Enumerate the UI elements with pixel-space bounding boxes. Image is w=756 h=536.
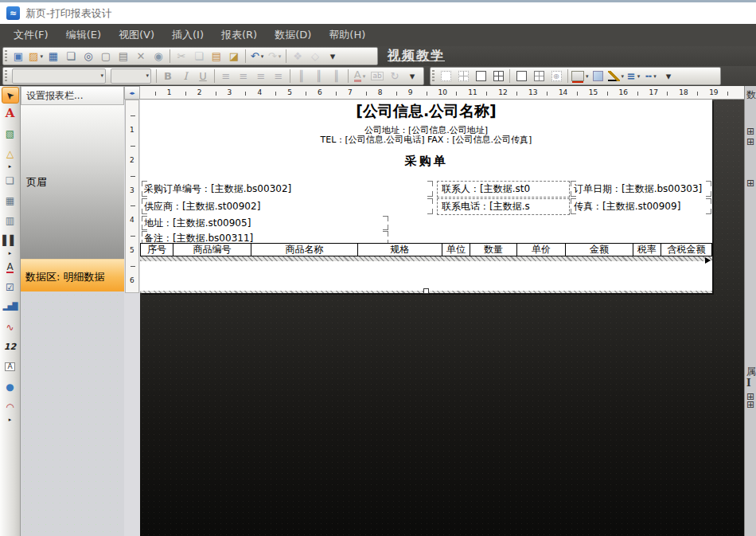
chart-tool[interactable]: ▂▅█ (1, 297, 20, 317)
table-col-header[interactable]: 金额 (565, 244, 633, 256)
table-col-header[interactable]: 序号 (141, 244, 173, 256)
paste-icon[interactable]: ▤ (208, 49, 224, 65)
table-col-header[interactable]: 商品编号 (173, 244, 251, 256)
contact-field[interactable]: 联系人：[主数据.st0 (437, 181, 570, 198)
delete-page-icon[interactable]: ✕ (133, 49, 149, 65)
table-col-header[interactable]: 商品名称 (251, 244, 357, 256)
page-manager-icon[interactable]: ▤ (115, 49, 131, 65)
print-preview-icon[interactable]: ◎ (80, 49, 96, 65)
shading-icon[interactable] (590, 68, 606, 84)
border-outer-icon[interactable] (473, 68, 489, 84)
toolbar-grip[interactable] (432, 70, 435, 82)
checkbox-tool[interactable]: ☑ (1, 277, 20, 297)
textbox-tool[interactable]: A (1, 357, 20, 377)
page-properties-icon[interactable]: ◉ (150, 49, 166, 65)
report-page[interactable]: [公司信息.公司名称] 公司地址：[公司信息.公司地址] TEL：[公司信息.公… (140, 100, 712, 293)
fill-color-icon[interactable]: ▾ (571, 68, 589, 84)
order-date-field[interactable]: 订单日期：[主数据.bs00303] (571, 181, 711, 197)
table-col-header[interactable]: 数量 (470, 244, 516, 256)
video-tutorial-link[interactable]: 视频教学 (388, 48, 445, 65)
menu-item-2[interactable]: 编辑(E) (57, 25, 110, 45)
ruler-tick (245, 92, 246, 96)
image-tool[interactable]: ▧ (1, 123, 20, 143)
flyout-arrow[interactable]: ▸ (1, 163, 20, 170)
line-chart-tool[interactable]: ∿ (1, 317, 20, 337)
menu-item-3[interactable]: 视图(V) (110, 25, 163, 45)
border-box-icon[interactable] (513, 68, 529, 84)
open-icon[interactable]: ▨▾ (28, 49, 44, 65)
new-report-icon[interactable]: ▣ (10, 49, 26, 65)
format-painter-icon[interactable]: ◪ (226, 49, 242, 65)
supplier-field[interactable]: 供应商：[主数据.st00902] (142, 198, 433, 214)
duplicate-page-icon[interactable]: ❏ (63, 49, 79, 65)
border-wizard-icon[interactable]: ◎ (548, 68, 564, 84)
flyout-arrow[interactable]: ▸ (1, 250, 20, 257)
subreport-tool[interactable]: ❏ (1, 170, 20, 190)
company-name-field[interactable]: [公司信息.公司名称] (140, 101, 712, 122)
toolbar-overflow[interactable]: ▾ (404, 68, 420, 84)
toolbar-overflow[interactable]: ▾ (325, 49, 341, 65)
menu-item-4[interactable]: 插入(I) (163, 25, 212, 45)
resize-handle[interactable] (423, 288, 429, 294)
band-page-header[interactable]: 页眉 (21, 105, 124, 259)
table-col-header[interactable]: 单位 (442, 244, 470, 256)
menu-item-1[interactable]: 文件(F) (5, 25, 57, 45)
font-size-select[interactable]: ▾ (111, 68, 151, 84)
page-number-tool[interactable]: 12 (1, 337, 20, 357)
save-icon[interactable]: ▦ (45, 49, 61, 65)
line-weight-icon[interactable]: ≡▾ (625, 68, 641, 84)
ruler-number: 4 (130, 216, 134, 224)
menu-item-5[interactable]: 报表(R) (212, 25, 266, 45)
underline-button: U (195, 68, 211, 84)
globe-tool[interactable]: ● (1, 377, 20, 397)
new-page-icon[interactable]: ▢ (98, 49, 114, 65)
band-expand-arrow[interactable] (705, 257, 711, 264)
dropdown-arrow-icon: ▾ (100, 72, 103, 79)
line-color-icon[interactable]: ▾ (608, 68, 625, 84)
design-canvas[interactable]: 12345678910111213141516171819 [公司信息.公司名称… (140, 86, 744, 536)
detail-band[interactable] (140, 261, 712, 291)
tel-fax-field[interactable]: TEL：[公司信息.公司电话] FAX：[公司信息.公司传真] (140, 134, 712, 146)
flyout-arrow[interactable]: ▸ (1, 417, 20, 424)
barcode-tool[interactable]: ▌▌ (1, 230, 20, 250)
doc-title-field[interactable]: 采购单 (140, 154, 712, 169)
font-family-select[interactable]: ▾ (12, 68, 106, 84)
ruler-number: 18 (679, 88, 688, 96)
duplicate-page-icon: ❏ (66, 51, 76, 61)
border-grid-icon[interactable] (531, 68, 547, 84)
shape-tool[interactable]: △ (1, 143, 20, 163)
crosstab-tool[interactable]: ▥ (1, 210, 20, 230)
table-col-header[interactable]: 含税金额 (661, 244, 711, 256)
menu-item-6[interactable]: 数据(D) (266, 25, 320, 45)
set-bands-button[interactable]: 设置报表栏... (21, 86, 124, 105)
gauge-tool[interactable]: ◠ (1, 397, 20, 417)
undo-icon[interactable]: ↶▾ (249, 49, 265, 65)
ruler-number: 12 (498, 88, 507, 96)
splitter-toggle-button[interactable]: ◂▸ (124, 86, 140, 100)
address-field[interactable]: 地址：[主数据.st00905] (142, 216, 388, 230)
right-dock-strip[interactable]: 数⊞⊞⊞属I⊞⊞ (744, 86, 756, 536)
fill-color-icon (571, 71, 584, 81)
po-number-field[interactable]: 采购订单编号：[主数据.bs00302] (142, 181, 433, 197)
table-col-header[interactable]: 规格 (357, 244, 442, 256)
toolbar-grip[interactable] (5, 50, 7, 62)
contact-phone-field[interactable]: 联系电话：[主数据.s (437, 198, 570, 215)
table-col-header[interactable]: 单价 (516, 244, 565, 256)
border-none-icon[interactable] (438, 68, 454, 84)
fax-field[interactable]: 传真：[主数据.st00909] (571, 198, 711, 214)
border-inner-icon[interactable] (455, 68, 471, 84)
line-style-icon[interactable]: ╍▾ (643, 68, 659, 84)
label-tool[interactable]: A (1, 104, 20, 123)
table-col-header[interactable]: 税率 (633, 244, 661, 256)
redo-icon: ↷ (268, 51, 277, 61)
toolbar-overflow[interactable]: ▾ (661, 68, 676, 84)
table-tool[interactable]: ▦ (1, 190, 20, 210)
ruler-tick (275, 92, 276, 96)
pointer-tool[interactable]: ➤ (2, 87, 19, 104)
border-all-icon[interactable] (490, 68, 506, 84)
menu-item-7[interactable]: 帮助(H) (320, 25, 374, 45)
subreport-tool-icon: ❏ (6, 176, 14, 186)
rich-text-tool[interactable]: A (1, 257, 20, 277)
toolbar-grip[interactable] (5, 70, 7, 82)
band-detail-data[interactable]: 数据区: 明细数据 (21, 259, 124, 291)
